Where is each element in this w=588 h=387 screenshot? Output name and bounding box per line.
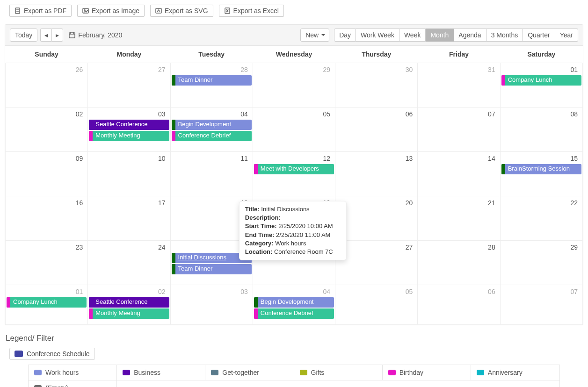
category-stripe	[89, 308, 93, 319]
legend-main-label: Conference Schedule	[27, 350, 90, 358]
view-day[interactable]: Day	[334, 29, 356, 42]
day-cell[interactable]: 05	[335, 285, 418, 325]
day-cell[interactable]: 06	[335, 108, 418, 152]
view-quarter[interactable]: Quarter	[523, 29, 555, 42]
day-cell[interactable]: 10	[88, 152, 170, 196]
day-cell[interactable]: 02	[6, 108, 88, 152]
day-cell[interactable]: 26	[6, 63, 88, 108]
day-cell[interactable]: 21	[418, 196, 500, 241]
day-cell[interactable]: 23	[6, 241, 88, 285]
legend-empty[interactable]: (Empty)	[29, 380, 117, 387]
swatch-icon	[211, 370, 218, 375]
day-cell[interactable]: 31	[418, 63, 500, 108]
category-stripe	[254, 297, 258, 308]
export-svg-label: Export as SVG	[165, 7, 208, 14]
day-cell[interactable]: 29	[500, 241, 582, 285]
export-image-label: Export as Image	[92, 7, 139, 14]
view-work-week[interactable]: Work Week	[356, 29, 399, 42]
day-cell[interactable]: 27	[88, 63, 170, 108]
day-cell[interactable]: 22	[500, 196, 582, 241]
legend-gifts[interactable]: Gifts	[294, 365, 383, 380]
view-month[interactable]: Month	[426, 29, 454, 42]
event-seattle-conference[interactable]: Seattle Conference	[89, 120, 169, 130]
day-cell[interactable]: 01 Company Lunch	[6, 285, 88, 325]
swatch-icon	[477, 370, 484, 375]
swatch-icon	[300, 370, 307, 375]
event-monthly-meeting[interactable]: Monthly Meeting	[89, 131, 169, 141]
day-cell[interactable]: 14	[418, 152, 500, 196]
day-cell[interactable]: 02 Seattle Conference Monthly Meeting	[88, 285, 170, 325]
day-cell[interactable]: 07	[500, 285, 582, 325]
prev-button[interactable]: ◂	[40, 29, 51, 42]
day-cell[interactable]: 12 Meet with Developers	[253, 152, 335, 196]
day-cell[interactable]: 04 Begin Development Conference Debrief	[253, 285, 335, 325]
event-conference-debrief[interactable]: Conference Debrief	[172, 131, 252, 141]
day-cell[interactable]: 11	[170, 152, 253, 196]
export-pdf-button[interactable]: Export as PDF	[9, 5, 72, 17]
event-company-lunch[interactable]: Company Lunch	[7, 297, 87, 308]
svg-point-2	[84, 10, 85, 11]
today-button[interactable]: Today	[10, 29, 37, 42]
export-excel-label: Export as Excel	[233, 7, 279, 14]
day-cell[interactable]: 09	[6, 152, 88, 196]
day-cell[interactable]: 19 w York Conference Title: Initial Disc…	[253, 196, 335, 241]
event-company-lunch[interactable]: Company Lunch	[501, 75, 581, 86]
category-stripe	[254, 308, 258, 319]
day-cell[interactable]: 27	[335, 241, 418, 285]
category-stripe	[172, 75, 175, 86]
day-cell[interactable]: 08	[500, 108, 582, 152]
day-cell[interactable]: 05	[253, 108, 335, 152]
new-button[interactable]: New	[300, 29, 329, 42]
view-year[interactable]: Year	[555, 29, 578, 42]
day-cell[interactable]: 16	[6, 196, 88, 241]
day-cell[interactable]: 04 Begin Development Conference Debrief	[170, 108, 253, 152]
day-cell[interactable]: 29	[253, 63, 335, 108]
day-cell[interactable]: 30	[335, 63, 418, 108]
legend-birthday[interactable]: Birthday	[383, 365, 471, 380]
event-begin-development[interactable]: Begin Development	[172, 120, 252, 130]
displayed-period[interactable]: February, 2020	[69, 31, 122, 39]
event-brainstorming[interactable]: BrainStorming Session	[501, 164, 581, 174]
legend-business[interactable]: Business	[117, 365, 205, 380]
view-week[interactable]: Week	[399, 29, 426, 42]
day-cell[interactable]: 13	[335, 152, 418, 196]
legend-get-together[interactable]: Get-together	[205, 365, 294, 380]
view-three-months[interactable]: 3 Months	[486, 29, 523, 42]
day-cell[interactable]: 07	[418, 108, 500, 152]
event-begin-development[interactable]: Begin Development	[254, 297, 334, 308]
col-thu: Thursday	[335, 46, 418, 63]
event-team-dinner[interactable]: Team Dinner	[172, 75, 252, 86]
day-cell[interactable]: 01 Company Lunch	[500, 63, 582, 108]
event-team-dinner[interactable]: Team Dinner	[172, 264, 252, 274]
calendar-icon	[69, 32, 75, 38]
image-icon	[82, 7, 89, 14]
legend-anniversary[interactable]: Anniversary	[471, 365, 559, 380]
day-cell[interactable]: 20	[335, 196, 418, 241]
day-cell[interactable]: 03 Seattle Conference Monthly Meeting	[88, 108, 170, 152]
legend-work-hours[interactable]: Work hours	[29, 365, 117, 380]
category-stripe	[7, 297, 10, 308]
day-cell[interactable]: 03	[170, 285, 253, 325]
next-button[interactable]: ▸	[51, 29, 63, 42]
day-cell[interactable]: 15 BrainStorming Session	[500, 152, 582, 196]
day-cell[interactable]: 24	[88, 241, 170, 285]
export-image-button[interactable]: Export as Image	[77, 5, 145, 17]
event-seattle-conference[interactable]: Seattle Conference	[89, 297, 169, 308]
view-agenda[interactable]: Agenda	[454, 29, 486, 42]
event-meet-developers[interactable]: Meet with Developers	[254, 164, 334, 174]
col-tue: Tuesday	[170, 46, 253, 63]
day-cell[interactable]: 28 Team Dinner	[170, 63, 253, 108]
day-cell[interactable]: 06	[418, 285, 500, 325]
legend-conference-schedule[interactable]: Conference Schedule	[9, 348, 95, 360]
calendar-grid: Sunday Monday Tuesday Wednesday Thursday…	[5, 46, 583, 325]
category-stripe	[89, 120, 93, 130]
day-cell[interactable]: 28	[418, 241, 500, 285]
export-excel-button[interactable]: Export as Excel	[219, 5, 284, 17]
svg-rect-0	[15, 8, 20, 14]
event-monthly-meeting[interactable]: Monthly Meeting	[89, 308, 169, 319]
event-conference-debrief[interactable]: Conference Debrief	[254, 308, 334, 319]
day-cell[interactable]: 17	[88, 196, 170, 241]
category-stripe	[172, 264, 175, 274]
export-svg-button[interactable]: Export as SVG	[150, 5, 213, 17]
svg-rect-5	[69, 33, 75, 38]
